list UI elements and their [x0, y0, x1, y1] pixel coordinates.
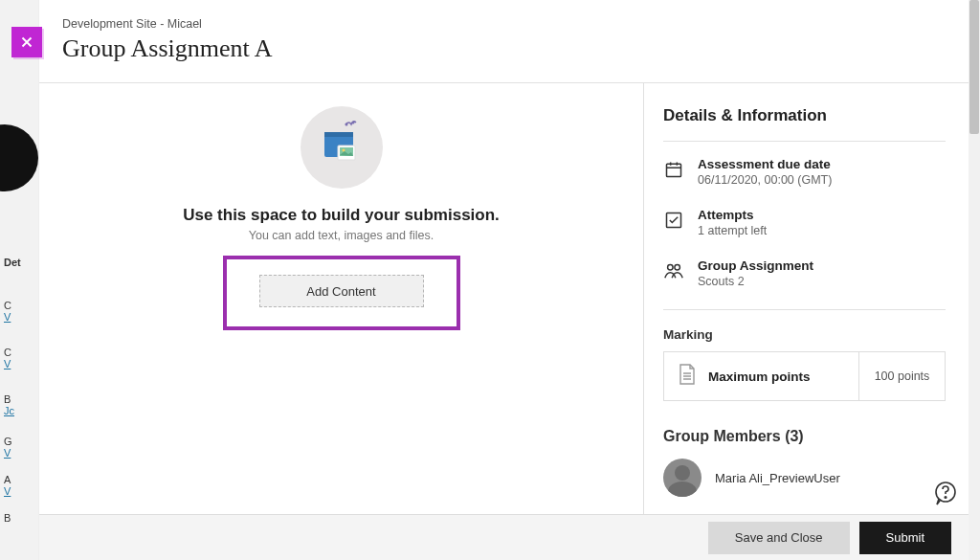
- bg-item: BJc: [4, 393, 14, 416]
- attempts-label: Attempts: [698, 208, 767, 222]
- svg-point-9: [668, 265, 674, 271]
- bg-item: B: [4, 512, 11, 524]
- svg-point-3: [351, 121, 354, 123]
- details-sidebar: Details & Information Assessment due dat…: [643, 83, 969, 521]
- background-sidebar: Det CV CV BJc GV AV B: [0, 0, 38, 560]
- scrollbar-thumb[interactable]: [969, 0, 979, 134]
- group-member-row: Maria Ali_PreviewUser: [663, 459, 946, 497]
- attempts-value: 1 attempt left: [698, 224, 767, 237]
- marking-box: Maximum points 100 points: [663, 351, 946, 401]
- help-button[interactable]: [932, 480, 959, 506]
- calendar-icon: [663, 159, 684, 180]
- submit-button[interactable]: Submit: [859, 522, 951, 554]
- details-title: Details & Information: [663, 106, 946, 125]
- group-assignment-label: Group Assignment: [698, 258, 813, 273]
- svg-point-12: [945, 497, 947, 499]
- group-members-title: Group Members (3): [663, 428, 946, 445]
- panel-header: Development Site - Micael Group Assignme…: [39, 0, 969, 83]
- close-button[interactable]: [11, 27, 42, 57]
- avatar: [663, 459, 702, 497]
- document-icon: [678, 363, 697, 390]
- svg-rect-7: [667, 164, 681, 176]
- panel-footer: Save and Close Submit: [39, 514, 969, 560]
- marking-title: Marking: [663, 327, 946, 342]
- breadcrumb[interactable]: Development Site - Micael: [62, 17, 946, 31]
- bg-item: CV: [4, 347, 11, 370]
- media-icon: [315, 117, 368, 179]
- page-title: Group Assignment A: [62, 34, 946, 63]
- attempts-row: Attempts 1 attempt left: [663, 208, 946, 237]
- group-icon: [663, 260, 684, 281]
- due-date-value: 06/11/2020, 00:00 (GMT): [698, 173, 832, 187]
- svg-point-10: [675, 265, 680, 271]
- panel-content: Use this space to build your submission.…: [39, 83, 969, 521]
- assignment-panel: Development Site - Micael Group Assignme…: [38, 0, 969, 560]
- bg-item: CV: [4, 300, 11, 323]
- divider: [663, 309, 946, 310]
- bg-item: GV: [4, 436, 12, 459]
- max-points-value: 100 points: [858, 352, 945, 400]
- submission-heading: Use this space to build your submission.: [58, 206, 624, 225]
- divider: [663, 141, 946, 142]
- bg-item: AV: [4, 474, 11, 497]
- submission-illustration: [301, 106, 383, 189]
- group-assignment-row: Group Assignment Scouts 2: [663, 258, 946, 288]
- add-content-highlight: Add Content: [223, 256, 460, 330]
- submission-subtext: You can add text, images and files.: [58, 229, 624, 242]
- submission-area: Use this space to build your submission.…: [39, 83, 643, 521]
- scrollbar[interactable]: [969, 0, 980, 560]
- svg-point-2: [345, 123, 347, 125]
- max-points-label: Maximum points: [708, 370, 811, 384]
- due-date-label: Assessment due date: [698, 157, 832, 171]
- checkbox-icon: [663, 210, 684, 231]
- close-icon: [18, 34, 35, 51]
- group-assignment-value: Scouts 2: [698, 275, 813, 288]
- bg-avatar: [0, 124, 38, 191]
- save-and-close-button[interactable]: Save and Close: [708, 522, 850, 554]
- add-content-button[interactable]: Add Content: [259, 275, 424, 307]
- bg-label-details: Det: [4, 257, 21, 268]
- svg-rect-1: [324, 132, 353, 137]
- due-date-row: Assessment due date 06/11/2020, 00:00 (G…: [663, 157, 946, 187]
- member-name: Maria Ali_PreviewUser: [715, 471, 840, 485]
